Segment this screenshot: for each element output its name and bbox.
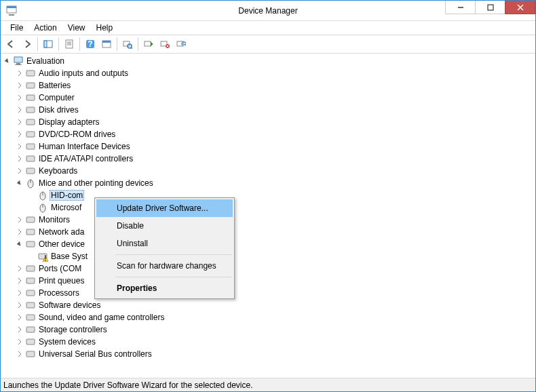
expand-icon[interactable] — [16, 106, 24, 114]
tree-node[interactable]: Mice and other pointing devices — [1, 177, 535, 189]
node-label[interactable]: System devices — [37, 337, 97, 347]
node-label[interactable]: Software devices — [37, 300, 102, 310]
collapse-icon[interactable] — [16, 240, 24, 248]
node-label[interactable]: Network ada — [37, 227, 85, 237]
svg-rect-53 — [26, 302, 35, 308]
help-button[interactable]: ? — [83, 37, 98, 52]
disable-button[interactable] — [174, 37, 189, 52]
node-label[interactable]: DVD/CD-ROM drives — [37, 130, 117, 139]
node-label[interactable]: Universal Serial Bus controllers — [37, 349, 153, 359]
tree-node[interactable]: DVD/CD-ROM drives — [1, 128, 535, 140]
tree-node[interactable]: Microsof — [1, 201, 535, 214]
collapse-icon[interactable] — [3, 57, 12, 65]
node-label[interactable]: Processors — [37, 288, 81, 298]
context-menu-item[interactable]: Update Driver Software... — [96, 199, 233, 217]
node-label[interactable]: Base Syst — [50, 252, 89, 261]
forward-button[interactable] — [20, 37, 35, 52]
show-hide-tree-button[interactable] — [41, 37, 56, 52]
expand-icon[interactable] — [16, 155, 24, 163]
close-button[interactable] — [505, 1, 535, 14]
scan-hardware-button[interactable] — [120, 37, 135, 52]
node-label[interactable]: Batteries — [37, 81, 72, 90]
node-label[interactable]: Human Interface Devices — [37, 142, 132, 151]
node-label[interactable]: Display adapters — [37, 117, 100, 127]
expand-icon[interactable] — [16, 81, 24, 90]
node-label[interactable]: Monitors — [37, 215, 71, 224]
node-label[interactable]: Other device — [37, 239, 86, 249]
back-button[interactable] — [3, 37, 18, 52]
expand-icon[interactable] — [16, 69, 24, 77]
tree-node[interactable]: System devices — [1, 336, 535, 348]
node-label[interactable]: Storage controllers — [37, 325, 109, 334]
node-label[interactable]: Ports (COM — [37, 264, 83, 273]
expand-icon[interactable] — [16, 118, 24, 126]
tree-node[interactable]: Audio inputs and outputs — [1, 67, 535, 79]
expand-icon[interactable] — [16, 142, 24, 151]
menu-action[interactable]: Action — [28, 22, 62, 34]
action-button[interactable] — [99, 37, 114, 52]
tree-node[interactable]: Other device — [1, 238, 535, 250]
tree-node[interactable]: Disk drives — [1, 104, 535, 116]
expand-icon[interactable] — [16, 326, 24, 334]
device-tree[interactable]: EvaluationAudio inputs and outputsBatter… — [1, 54, 535, 378]
menu-view[interactable]: View — [62, 22, 91, 34]
node-label[interactable]: HID-com — [50, 190, 84, 201]
tree-node[interactable]: Storage controllers — [1, 324, 535, 336]
expand-icon[interactable] — [16, 228, 24, 236]
svg-rect-27 — [16, 63, 20, 64]
context-menu-item[interactable]: Scan for hardware changes — [96, 257, 233, 275]
tree-node[interactable]: Computer — [1, 92, 535, 104]
tree-node[interactable]: Processors — [1, 287, 535, 299]
tree-node[interactable]: Print queues — [1, 275, 535, 287]
expand-icon[interactable] — [16, 350, 24, 358]
expand-icon[interactable] — [16, 216, 24, 224]
node-label[interactable]: Sound, video and game controllers — [37, 313, 166, 322]
tree-node[interactable]: Display adapters — [1, 116, 535, 128]
tree-node[interactable]: Software devices — [1, 299, 535, 311]
menu-file[interactable]: File — [5, 22, 28, 34]
expand-icon[interactable] — [16, 313, 24, 321]
tree-node[interactable]: HID-com — [1, 189, 535, 201]
expand-icon[interactable] — [16, 338, 24, 346]
svg-rect-54 — [26, 315, 35, 320]
tree-node[interactable]: Ports (COM — [1, 262, 535, 275]
context-menu-item[interactable]: Properties — [96, 279, 233, 297]
svg-rect-29 — [26, 71, 35, 76]
update-driver-button[interactable] — [141, 37, 156, 52]
node-label[interactable]: Microsof — [50, 203, 83, 212]
node-label[interactable]: Mice and other pointing devices — [37, 178, 155, 188]
node-label[interactable]: Audio inputs and outputs — [37, 68, 130, 78]
expand-icon[interactable] — [16, 94, 24, 102]
node-label[interactable]: Evaluation — [25, 56, 66, 66]
maximize-button[interactable] — [475, 1, 505, 14]
expand-icon[interactable] — [16, 264, 24, 273]
expand-icon[interactable] — [16, 277, 24, 285]
uninstall-button[interactable] — [157, 37, 172, 52]
properties-button[interactable] — [62, 37, 77, 52]
tree-node[interactable]: Human Interface Devices — [1, 140, 535, 153]
context-menu-item[interactable]: Uninstall — [96, 235, 233, 252]
expand-icon[interactable] — [16, 301, 24, 309]
tree-node[interactable]: Network ada — [1, 226, 535, 238]
node-label[interactable]: IDE ATA/ATAPI controllers — [37, 154, 134, 163]
tree-node[interactable]: IDE ATA/ATAPI controllers — [1, 153, 535, 165]
tree-node[interactable]: !Base Syst — [1, 250, 535, 262]
context-menu: Update Driver Software...DisableUninstal… — [94, 197, 235, 299]
tree-node[interactable]: Sound, video and game controllers — [1, 311, 535, 324]
minimize-button[interactable] — [445, 1, 476, 14]
tree-node[interactable]: Universal Serial Bus controllers — [1, 348, 535, 360]
tree-node[interactable]: Monitors — [1, 214, 535, 226]
menu-help[interactable]: Help — [91, 22, 119, 34]
context-menu-item[interactable]: Disable — [96, 217, 233, 235]
node-label[interactable]: Keyboards — [37, 166, 79, 176]
tree-node[interactable]: Batteries — [1, 79, 535, 92]
node-label[interactable]: Computer — [37, 93, 76, 102]
expand-icon[interactable] — [16, 130, 24, 138]
node-label[interactable]: Print queues — [37, 276, 85, 286]
expand-icon[interactable] — [16, 167, 24, 175]
tree-node[interactable]: Keyboards — [1, 165, 535, 177]
tree-node[interactable]: Evaluation — [1, 55, 535, 67]
expand-icon[interactable] — [16, 289, 24, 297]
collapse-icon[interactable] — [16, 179, 24, 187]
node-label[interactable]: Disk drives — [37, 105, 80, 115]
